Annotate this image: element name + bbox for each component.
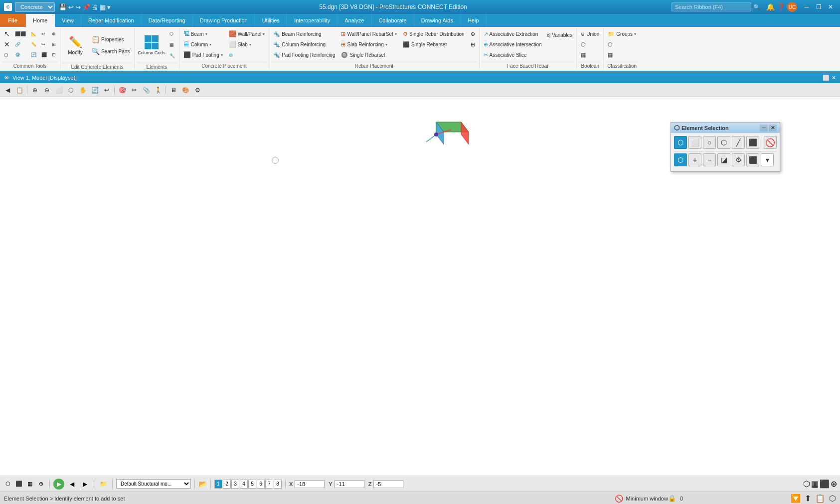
status-icon4[interactable]: ⬡ [829, 494, 836, 503]
restore-button[interactable]: ❐ [813, 2, 824, 11]
clear-selection-btn[interactable]: 🚫 [764, 136, 777, 149]
tool10-btn[interactable]: ↩ [39, 29, 49, 39]
tab-view[interactable]: View [55, 14, 81, 27]
select-by-box-btn[interactable]: ⬜ [688, 136, 701, 149]
search-icon[interactable]: 🔍 [753, 4, 760, 10]
add-to-set-btn[interactable]: + [688, 153, 701, 166]
tab-analyze[interactable]: Analyze [337, 14, 371, 27]
modify-btn[interactable]: ✏️ Modify [62, 29, 88, 62]
view-8-btn[interactable]: 8 [274, 480, 282, 489]
view-tool-clip[interactable]: 📎 [141, 85, 152, 96]
tab-file[interactable]: File [0, 14, 26, 27]
view-tool-display[interactable]: 🖥 [168, 85, 179, 96]
select-by-polygon-btn[interactable]: ⬡ [717, 136, 730, 149]
pad-footing-reinforcing-btn[interactable]: 🔩 Pad Footing Reinforcing [271, 50, 337, 60]
y-input[interactable] [335, 480, 364, 488]
ribbon-search[interactable] [672, 2, 751, 11]
view-tool-section[interactable]: ✂ [129, 85, 140, 96]
properties-btn[interactable]: 📋 Properties [89, 34, 132, 44]
view-tool-3d[interactable]: 🎯 [117, 85, 128, 96]
view-tool-settings[interactable]: ⚙ [192, 85, 203, 96]
tab-drawing-aids[interactable]: Drawing Aids [414, 14, 461, 27]
view-tool-pan[interactable]: ✋ [77, 85, 88, 96]
view-tool-layers[interactable]: 📋 [14, 85, 25, 96]
by-type-btn[interactable]: ⚙ [732, 153, 745, 166]
back-btn[interactable]: ◀ [66, 479, 77, 490]
view-tool-rotate[interactable]: 🔄 [89, 85, 100, 96]
folder-btn[interactable]: 📁 [98, 479, 109, 490]
undo-icon[interactable]: ↩ [68, 3, 74, 11]
tool11-btn[interactable]: ↪ [39, 39, 49, 49]
select-by-element-btn[interactable]: ⬡ [674, 136, 687, 149]
by-attribute-btn[interactable]: ◪ [717, 153, 730, 166]
snap1-icon[interactable]: ⬡ [803, 479, 810, 489]
single-rebarset-btn[interactable]: 🔘 Single Rebarset [339, 50, 398, 60]
tab-utilities[interactable]: Utilities [255, 14, 287, 27]
view-tool-window[interactable]: ⬡ [65, 85, 76, 96]
select-tool-btn[interactable]: ↖ [2, 29, 12, 39]
expand-dropdown-btn[interactable]: ▾ [761, 153, 774, 166]
select-by-line-btn[interactable]: ╱ [732, 136, 745, 149]
status-icon1[interactable]: 🔽 [791, 494, 801, 503]
tab-rebar-modification[interactable]: Rebar Modification [81, 14, 142, 27]
view-2-btn[interactable]: 2 [223, 480, 231, 489]
beam-reinforcing-btn[interactable]: 🔩 Beam Reinforcing [271, 29, 337, 39]
view-1-btn[interactable]: 1 [214, 480, 222, 489]
view-5-btn[interactable]: 5 [248, 480, 256, 489]
help-icon[interactable]: ❓ [777, 3, 785, 11]
tab-interoperability[interactable]: Interoperability [287, 14, 337, 27]
tool7-btn[interactable]: 📐 [29, 29, 38, 39]
tab-data-reporting[interactable]: Data/Reporting [142, 14, 193, 27]
x-input[interactable] [295, 480, 325, 488]
wall-panel-rebarset-btn[interactable]: ⊞ Wall/Panel RebarSet ▾ [339, 29, 398, 39]
view-restore-btn[interactable]: ⬜ [823, 75, 830, 81]
wall-panel-btn[interactable]: 🧱 Wall/Panel ▾ [227, 29, 267, 39]
select-by-custom-btn[interactable]: ⬛ [746, 136, 759, 149]
search-parts-btn[interactable]: 🔍 Search Parts [89, 46, 132, 56]
grid2-icon[interactable]: ▦ [25, 479, 35, 489]
column-grids-btn[interactable]: Column Grids [137, 29, 167, 62]
z-input[interactable] [373, 480, 403, 488]
snap-icon[interactable]: ⬡ [3, 479, 13, 489]
elements-tool3[interactable]: 🔧 [168, 51, 177, 61]
view-tool-zoom-in[interactable]: ⊕ [29, 85, 40, 96]
column-btn[interactable]: 🏛 Column ▾ [181, 39, 225, 49]
select-by-circle-btn[interactable]: ○ [703, 136, 716, 149]
elements-tool2[interactable]: ▦ [168, 40, 177, 50]
minimize-button[interactable]: ─ [801, 2, 812, 11]
boolean-tool3[interactable]: ▦ [579, 50, 601, 60]
view-tool-undo[interactable]: ↩ [101, 85, 112, 96]
tool12-btn[interactable]: ⬛ [39, 50, 49, 60]
deselect-btn[interactable]: ✕ [2, 39, 12, 49]
tool15-btn[interactable]: ⊟ [50, 50, 58, 60]
tool14-btn[interactable]: ⊞ [50, 39, 58, 49]
tool13-btn[interactable]: ⊕ [50, 29, 58, 39]
redo-icon[interactable]: ↪ [75, 3, 81, 11]
tab-help[interactable]: Help [461, 14, 487, 27]
go-btn[interactable]: ▶ [53, 479, 64, 490]
user-icon[interactable]: UC [787, 2, 797, 12]
tool9-btn[interactable]: 🔄 [29, 50, 38, 60]
view-tool-zoom-out[interactable]: ⊖ [41, 85, 52, 96]
tool4-btn[interactable]: ⬛⬛ [13, 29, 28, 39]
snap4-icon[interactable]: ⊕ [831, 479, 837, 489]
misc-icon[interactable]: ⊕ [36, 479, 46, 489]
expand-set-btn[interactable]: ⬛ [746, 153, 759, 166]
pin-icon[interactable]: 📌 [82, 3, 90, 11]
concrete-misc-btn[interactable]: ⊕ [227, 50, 267, 60]
print-icon[interactable]: 🖨 [92, 3, 98, 11]
pad-footing-btn[interactable]: ⬛ Pad Footing ▾ [181, 50, 225, 60]
view-tool-fit[interactable]: ⬜ [53, 85, 64, 96]
groups-btn[interactable]: 📁 Groups ▾ [606, 29, 638, 39]
union-btn[interactable]: ⊎ Union [579, 29, 601, 39]
view-7-btn[interactable]: 7 [265, 480, 273, 489]
panel-minimize-btn[interactable]: ─ [760, 125, 768, 131]
tab-home[interactable]: Home [26, 14, 55, 27]
slab-reinforcing-btn[interactable]: ⊞ Slab Reinforcing ▾ [339, 39, 398, 49]
associative-extraction-btn[interactable]: ↗ Associative Extraction [482, 29, 544, 39]
boolean-tool2[interactable]: ⬡ [579, 39, 601, 49]
view-close-btn[interactable]: ✕ [832, 75, 836, 81]
model-dropdown[interactable]: Default Structural mo... [116, 479, 191, 489]
tool6-btn[interactable]: ⚙️ [13, 50, 28, 60]
single-rebarset2-btn[interactable]: ⬛ Single Rebarset [401, 39, 467, 49]
